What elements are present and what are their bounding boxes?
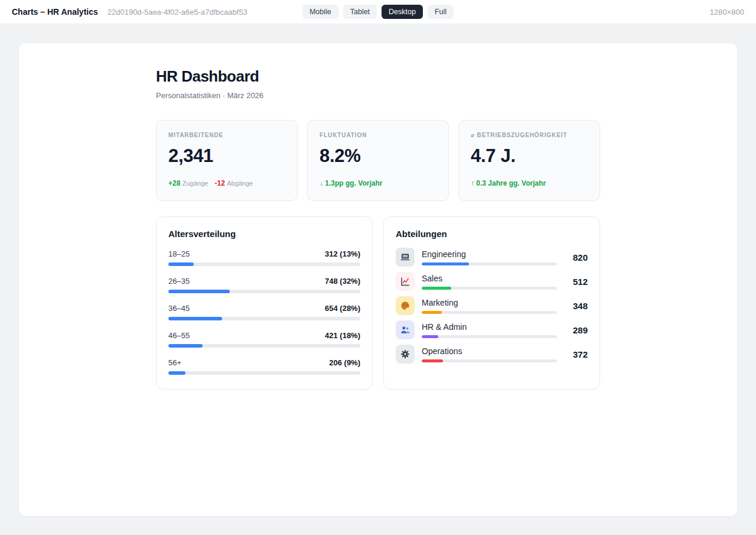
bar-fill [168, 290, 230, 293]
age-row: 36–45 654 (28%) [168, 304, 360, 320]
age-bucket-label: 26–35 [168, 277, 190, 286]
age-row: 46–55 421 (18%) [168, 331, 360, 348]
kpi-value: 4.7 J. [471, 145, 588, 167]
panel-title: Altersverteilung [168, 229, 360, 239]
age-row: 56+ 206 (9%) [168, 358, 360, 375]
viewport-button-mobile[interactable]: Mobile [302, 5, 338, 19]
dept-value: 372 [564, 349, 588, 359]
bar-track [168, 262, 360, 266]
kpi-card-fluktuation: FLUKTUATION 8.2% ↓ 1.3pp gg. Vorjahr [307, 120, 449, 201]
page-title: HR Dashboard [156, 67, 600, 86]
kpi-delta-gain-label: Zugänge [183, 180, 208, 187]
bar-track [422, 335, 557, 338]
bar-fill [422, 262, 469, 265]
dept-name: Sales [422, 274, 557, 283]
bar-track [168, 290, 360, 293]
kpi-delta-loss-label: Abgänge [227, 180, 253, 187]
bar-track [422, 359, 557, 362]
dept-value: 512 [564, 277, 588, 287]
viewport-switcher: Mobile Tablet Desktop Full [302, 5, 454, 19]
kpi-grid: MITARBEITENDE 2,341 +28 Zugänge -12 Abgä… [156, 120, 600, 201]
resolution-label: 1280×800 [454, 8, 744, 17]
dept-row: Sales 512 [396, 272, 588, 291]
age-bucket-label: 36–45 [168, 304, 190, 313]
viewport-button-tablet[interactable]: Tablet [343, 5, 377, 19]
kpi-label: FLUKTUATION [320, 132, 436, 138]
age-bucket-value: 654 (28%) [325, 304, 360, 313]
bar-track [168, 317, 360, 320]
kpi-delta: ↑ 0.3 Jahre gg. Vorjahr [471, 179, 588, 187]
document-uuid: 22d0190d-5aea-4f02-a6e5-a7dfbcaabf53 [107, 8, 247, 17]
page-subtitle: Personalstatistiken · März 2026 [156, 91, 600, 100]
bar-fill [422, 311, 442, 314]
app-title: Charts – HR Analytics [12, 7, 98, 17]
dashboard-content: HR Dashboard Personalstatistiken · März … [156, 43, 600, 413]
preview-canvas: HR Dashboard Personalstatistiken · März … [19, 43, 737, 516]
dept-name: Engineering [422, 249, 557, 259]
bar-fill [422, 287, 451, 290]
kpi-card-mitarbeitende: MITARBEITENDE 2,341 +28 Zugänge -12 Abgä… [156, 120, 298, 201]
gear-icon [396, 345, 415, 364]
kpi-value: 2,341 [168, 145, 285, 167]
bar-fill [422, 335, 438, 338]
line-chart-icon [396, 272, 415, 291]
kpi-delta: +28 Zugänge -12 Abgänge [168, 179, 285, 187]
dept-value: 348 [564, 301, 588, 311]
age-bucket-value: 748 (32%) [325, 277, 360, 286]
bar-track [422, 262, 557, 265]
age-bucket-value: 312 (13%) [325, 249, 360, 258]
age-bucket-label: 46–55 [168, 331, 190, 340]
dept-row: HR & Admin 289 [396, 320, 588, 339]
kpi-delta: ↓ 1.3pp gg. Vorjahr [320, 179, 436, 187]
age-bucket-label: 56+ [168, 358, 181, 367]
viewport-button-full[interactable]: Full [428, 5, 454, 19]
kpi-card-betriebszugehoerigkeit: ⌀ BETRIEBSZUGEHÖRIGKEIT 4.7 J. ↑ 0.3 Jah… [458, 120, 600, 201]
kpi-delta-loss: -12 [214, 179, 224, 187]
age-row: 26–35 748 (32%) [168, 277, 360, 293]
dept-name: Operations [422, 346, 557, 356]
laptop-icon [396, 248, 415, 267]
topbar-left: Charts – HR Analytics 22d0190d-5aea-4f02… [12, 7, 302, 17]
bar-track [422, 311, 557, 314]
viewport-button-desktop[interactable]: Desktop [382, 5, 423, 19]
panel-abteilungen: Abteilungen Engineering 820 [383, 216, 600, 390]
age-bucket-value: 421 (18%) [325, 331, 360, 340]
dept-value: 820 [564, 252, 588, 262]
panel-grid: Altersverteilung 18–25 312 (13%) 26–35 7… [156, 216, 600, 390]
panel-altersverteilung: Altersverteilung 18–25 312 (13%) 26–35 7… [156, 216, 373, 390]
kpi-label: MITARBEITENDE [168, 132, 285, 138]
dept-row: Operations 372 [396, 345, 588, 364]
age-row: 18–25 312 (13%) [168, 249, 360, 266]
dept-row: Marketing 348 [396, 296, 588, 315]
dept-name: Marketing [422, 298, 557, 307]
bar-track [168, 371, 360, 375]
age-bucket-value: 206 (9%) [329, 358, 360, 367]
bar-fill [422, 359, 443, 362]
age-bucket-label: 18–25 [168, 249, 190, 258]
dept-name: HR & Admin [422, 322, 557, 332]
kpi-label: ⌀ BETRIEBSZUGEHÖRIGKEIT [471, 132, 588, 138]
people-icon [396, 320, 415, 339]
dept-value: 289 [564, 325, 588, 335]
panel-title: Abteilungen [396, 229, 588, 239]
bar-fill [168, 371, 185, 375]
kpi-delta-gain: +28 [168, 179, 180, 187]
dept-row: Engineering 820 [396, 248, 588, 267]
bar-fill [168, 262, 194, 266]
bar-fill [168, 317, 222, 320]
topbar: Charts – HR Analytics 22d0190d-5aea-4f02… [0, 0, 756, 24]
bar-track [422, 287, 557, 290]
palette-icon [396, 296, 415, 315]
kpi-value: 8.2% [320, 145, 436, 167]
bar-fill [168, 344, 203, 348]
bar-track [168, 344, 360, 348]
